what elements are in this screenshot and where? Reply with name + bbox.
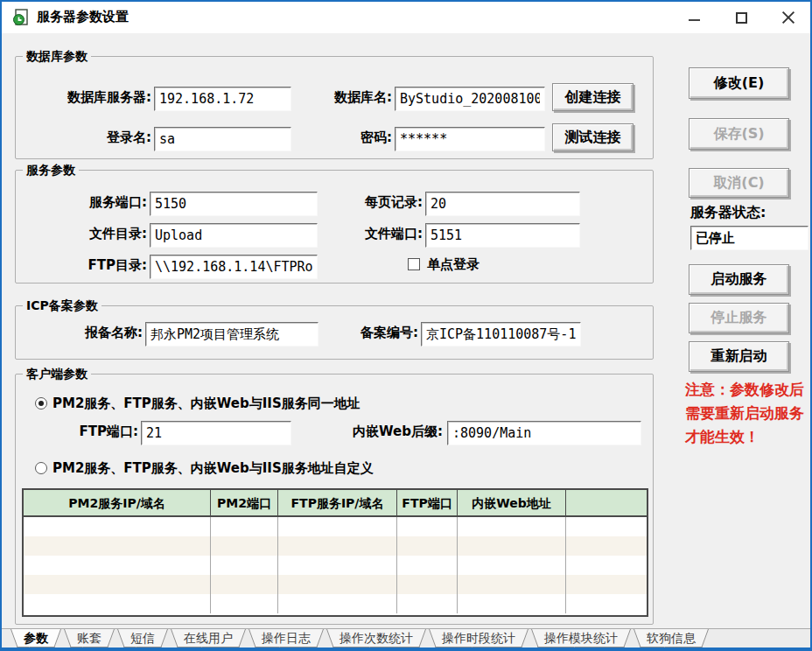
tab-操作模块统计[interactable]: 操作模块统计 [531, 629, 631, 648]
table-cell[interactable] [566, 575, 647, 594]
db-name-input[interactable] [395, 87, 545, 111]
address-table-column-header[interactable]: FTP端口 [397, 490, 458, 515]
service-port-input[interactable] [150, 192, 318, 216]
table-cell[interactable] [458, 575, 566, 594]
radio-same-address[interactable] [35, 397, 47, 410]
address-table-column-header[interactable] [566, 490, 647, 515]
table-cell[interactable] [278, 575, 397, 594]
tab-账套[interactable]: 账套 [64, 629, 115, 648]
cancel-button[interactable]: 取消(C) [689, 168, 789, 198]
table-cell[interactable] [211, 575, 278, 594]
table-cell[interactable] [24, 536, 211, 556]
radio-same-address-label: PM2服务、FTP服务、内嵌Web与IIS服务同一地址 [52, 392, 360, 415]
table-cell[interactable] [397, 536, 458, 556]
login-name-input[interactable] [154, 127, 291, 151]
tab-操作日志[interactable]: 操作日志 [248, 629, 324, 648]
server-settings-window: 服务器参数设置 数据库参数 数据库服务器: 数据库名: 创建连接 登录名: 密码… [0, 0, 812, 651]
record-number-input[interactable] [421, 322, 581, 346]
maximize-icon[interactable] [733, 10, 749, 25]
file-port-input[interactable] [425, 223, 580, 248]
modify-button[interactable]: 修改(E) [689, 67, 789, 99]
restart-service-button[interactable]: 重新启动 [689, 341, 789, 372]
db-name-label: 数据库名: [287, 85, 392, 109]
sso-checkbox[interactable] [408, 258, 420, 270]
ftp-dir-label: FTP目录: [23, 253, 147, 277]
table-cell[interactable] [458, 536, 566, 556]
table-cell[interactable] [397, 517, 458, 536]
stop-service-button[interactable]: 停止服务 [689, 303, 789, 333]
table-cell[interactable] [24, 556, 211, 575]
table-cell[interactable] [278, 556, 397, 575]
table-cell[interactable] [278, 517, 397, 536]
table-cell[interactable] [458, 594, 566, 613]
address-table-column-header[interactable]: 内嵌Web地址 [458, 490, 566, 515]
tab-label: 操作次数统计 [340, 631, 413, 645]
create-connection-button[interactable]: 创建连接 [552, 83, 634, 111]
address-table-column-header[interactable]: PM2端口 [211, 490, 278, 515]
page-size-label: 每页记录: [313, 190, 423, 214]
group-service-title: 服务参数 [23, 162, 79, 178]
table-cell[interactable] [566, 517, 647, 536]
table-cell[interactable] [397, 575, 458, 594]
table-cell[interactable] [566, 536, 647, 556]
table-row[interactable] [24, 517, 647, 536]
close-icon[interactable] [780, 10, 796, 25]
table-cell[interactable] [211, 517, 278, 536]
tab-操作次数统计[interactable]: 操作次数统计 [326, 629, 426, 648]
start-service-button[interactable]: 启动服务 [689, 264, 789, 295]
server-status-label: 服务器状态: [690, 204, 766, 222]
restart-warning-note: 注意：参数修改后需要重新启动服务才能生效！ [685, 378, 812, 449]
table-row[interactable] [24, 575, 647, 594]
web-suffix-label: 内嵌Web后缀: [340, 418, 443, 444]
address-table-column-header[interactable]: FTP服务IP/域名 [278, 490, 397, 515]
table-row[interactable] [24, 536, 647, 556]
group-client-params: 客户端参数 PM2服务、FTP服务、内嵌Web与IIS服务同一地址 FTP端口:… [15, 374, 654, 625]
table-cell[interactable] [458, 517, 566, 536]
tab-label: 操作模块统计 [544, 631, 618, 645]
server-status-field [690, 226, 808, 250]
note-line: 需要重新启动服务 [685, 402, 812, 425]
db-server-input[interactable] [154, 87, 291, 111]
table-cell[interactable] [211, 594, 278, 613]
tab-label: 操作时段统计 [442, 631, 515, 645]
save-button[interactable]: 保存(S) [689, 118, 789, 150]
window-title: 服务器参数设置 [37, 9, 129, 25]
table-cell[interactable] [24, 594, 211, 613]
test-connection-button[interactable]: 测试连接 [552, 123, 634, 151]
address-table-column-header[interactable]: PM2服务IP/域名 [24, 490, 211, 515]
password-input[interactable] [395, 127, 545, 151]
tab-bar: 参数账套短信在线用户操作日志操作次数统计操作时段统计操作模块统计软狗信息 [2, 628, 810, 648]
tab-label: 短信 [130, 631, 155, 645]
table-cell[interactable] [211, 536, 278, 556]
address-table-body [24, 517, 647, 613]
tab-短信[interactable]: 短信 [117, 629, 168, 648]
group-database-title: 数据库参数 [23, 48, 91, 64]
table-cell[interactable] [24, 517, 211, 536]
ftp-port-input[interactable] [141, 421, 291, 445]
table-cell[interactable] [278, 594, 397, 613]
table-cell[interactable] [458, 556, 566, 575]
tab-在线用户[interactable]: 在线用户 [171, 629, 246, 648]
table-row[interactable] [24, 556, 647, 575]
table-cell[interactable] [211, 556, 278, 575]
table-cell[interactable] [397, 594, 458, 613]
web-suffix-input[interactable] [447, 421, 641, 445]
group-service-params: 服务参数 服务端口: 每页记录: 文件目录: 文件端口: FTP目录: 单点登录 [15, 170, 654, 284]
table-cell[interactable] [566, 594, 647, 613]
table-row[interactable] [24, 594, 647, 613]
table-cell[interactable] [397, 556, 458, 575]
file-dir-input[interactable] [150, 223, 318, 248]
table-cell[interactable] [24, 575, 211, 594]
tab-参数[interactable]: 参数 [10, 629, 61, 648]
page-size-input[interactable] [425, 192, 580, 216]
group-database-params: 数据库参数 数据库服务器: 数据库名: 创建连接 登录名: 密码: 测试连接 [15, 56, 654, 159]
radio-custom-address[interactable] [35, 462, 47, 474]
tab-操作时段统计[interactable]: 操作时段统计 [429, 629, 528, 648]
tab-软狗信息[interactable]: 软狗信息 [634, 629, 709, 648]
table-cell[interactable] [566, 556, 647, 575]
file-dir-label: 文件目录: [23, 221, 147, 246]
minimize-icon[interactable] [686, 10, 702, 25]
table-cell[interactable] [278, 536, 397, 556]
report-name-input[interactable] [145, 322, 318, 346]
ftp-dir-input[interactable] [150, 255, 318, 279]
